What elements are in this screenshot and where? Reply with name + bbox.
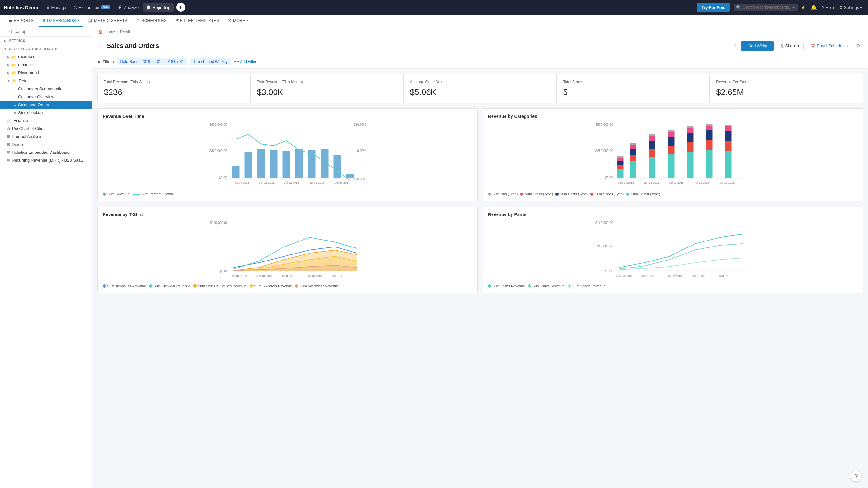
metric-value-2: $5.06K [410, 87, 550, 97]
add-button[interactable]: + [176, 3, 185, 12]
time-period-chip[interactable]: Time Period Weekly [190, 58, 231, 65]
sidebar-item-recurring-revenue[interactable]: ⊞ Recurring Revenue (MRR) - B2B SaaS [0, 156, 92, 164]
share-icon: ⎘ [781, 44, 783, 48]
sidebar-minimize-button[interactable]: − [4, 29, 6, 34]
legend-label-tshirt: Sum T-Shirt (Type) [631, 192, 660, 196]
sec-nav-dashboards[interactable]: ⊞ DASHBOARDS ▾ [39, 14, 83, 27]
filters-label[interactable]: ▶ Filters [98, 59, 114, 64]
metric-value-3: 5 [563, 87, 703, 97]
sidebar-item-customer-overview[interactable]: ⊞ Customer Overview [0, 93, 92, 101]
sidebar-item-demo[interactable]: ⊞ Demo [0, 141, 92, 148]
sidebar-section-title-reports[interactable]: ▼ REPORTS & DASHBOARDS [0, 45, 92, 53]
content-area: 🏠 Home › Retail ☆ Sales and Orders ↺ + A… [92, 27, 868, 488]
add-filter-button[interactable]: + + Add Filter [234, 59, 256, 64]
filter-templates-icon: ⧩ [176, 19, 179, 23]
metric-value-0: $236 [104, 87, 244, 97]
nav-item-reporting[interactable]: 📋 Reporting [143, 3, 174, 12]
sidebar-item-sales-and-orders[interactable]: ⊞ Sales and Orders [0, 101, 92, 109]
chevron-down-icon: ▼ [792, 6, 795, 9]
legend-item-bag: Sum Bag (Type) [488, 192, 518, 196]
share-button[interactable]: ⎘ Share ▾ [777, 41, 804, 51]
header-actions: + Add Widget ⎘ Share ▾ 📅 Email Schedules… [741, 41, 862, 51]
sec-nav-schedules-label: SCHEDULES [142, 18, 166, 23]
svg-text:Jul 02 2018: Jul 02 2018 [669, 181, 684, 184]
sidebar-item-finance2[interactable]: 📈 Finance [0, 117, 92, 125]
metric-label-2: Average Order Value [410, 80, 550, 84]
sidebar-item-features[interactable]: ▶ 📁 Features [0, 53, 92, 61]
retail-label: Retail [19, 79, 29, 83]
sidebar-item-finance[interactable]: ▶ 📁 Finance [0, 61, 92, 69]
star-button[interactable]: ★ [799, 3, 807, 12]
date-range-chip[interactable]: Date Range 2018-06-01 - 2018-07-31 [117, 58, 187, 65]
sidebar-item-store-lookup[interactable]: ⊞ Store Lookup [0, 109, 92, 117]
home-icon: 🏠 [98, 30, 103, 34]
legend-label-pants: Sum Pants (Type) [560, 192, 588, 196]
sec-nav-metric-sheets[interactable]: 📊 METRIC SHEETS [84, 14, 131, 27]
settings-label: Settings [844, 5, 859, 10]
metric-sheets-icon: 📊 [88, 19, 92, 23]
reports-section-arrow-icon: ▼ [4, 47, 7, 51]
refresh-icon[interactable]: ↺ [733, 43, 737, 49]
sidebar-sync-button[interactable]: ⇄ [15, 29, 19, 34]
svg-rect-31 [617, 164, 624, 169]
manage-icon: ⊞ [46, 5, 50, 9]
try-free-button[interactable]: Try For Free [697, 3, 730, 12]
metric-label-1: Tota Revenue (This Month) [257, 80, 397, 84]
sales-orders-label: Sales and Orders [18, 102, 50, 107]
share-label: Share [785, 43, 796, 48]
svg-rect-39 [630, 143, 637, 145]
sec-nav-reports[interactable]: ☰ REPORTS [5, 14, 37, 27]
sidebar-section-title-metrics[interactable]: ▶ METRICS [0, 36, 92, 45]
sidebar-item-customers-segmentation[interactable]: ⊞ Customers Segmentation [0, 85, 92, 93]
sidebar-item-holistics-embedded[interactable]: ⊞ Holistics Embedded Dashboard [0, 148, 92, 156]
svg-rect-55 [706, 150, 713, 178]
sidebar-collapse-button[interactable]: ◀ [22, 29, 25, 34]
nav-label-reporting: Reporting [153, 5, 170, 10]
dashboard-settings-button[interactable]: ⚙ [855, 41, 862, 50]
settings-button[interactable]: ⚙ Settings ▾ [837, 4, 864, 11]
sec-nav-filter-templates[interactable]: ⧩ FILTER TEMPLATES [172, 14, 223, 27]
sidebar-refresh-button[interactable]: ↺ [9, 29, 13, 34]
schedules-icon: 🗓 [136, 19, 140, 23]
search-box[interactable]: 🔍 ▼ [734, 4, 798, 11]
metric-label-4: Revenue Per Store [716, 80, 856, 84]
svg-text:Jul 16 2018: Jul 16 2018 [693, 274, 708, 278]
svg-rect-49 [668, 130, 675, 132]
email-schedules-button[interactable]: 📅 Email Schedules [807, 41, 851, 51]
more-chevron: ▾ [247, 19, 248, 22]
sidebar-item-playground[interactable]: ▶ 📁 Playground [0, 69, 92, 77]
legend-label-shirts: Sum Shirts & Blouses Revenue [198, 284, 247, 288]
sidebar-item-retail[interactable]: ▼ 📁 Retail [0, 77, 92, 85]
nav-item-manage[interactable]: ⊞ Manage [43, 3, 69, 12]
legend-item-shoes: Sum Shoes (Type) [590, 192, 624, 196]
metric-card-total-revenue-week: Total Revenue (This Week) $236 [97, 74, 250, 103]
star-icon[interactable]: ☆ [98, 43, 103, 49]
nav-item-exploration[interactable]: ◎ Exploration Beta [70, 3, 113, 12]
svg-text:Jun 04 2018: Jun 04 2018 [618, 181, 634, 184]
metrics-section-label: METRICS [8, 39, 25, 42]
sidebar-item-product-analysis[interactable]: ⊞ Product Analysis [0, 132, 92, 141]
add-widget-button[interactable]: + Add Widget [741, 41, 774, 51]
breadcrumb-home[interactable]: Home [105, 30, 115, 34]
playground-label: Playground [18, 70, 39, 75]
sec-nav-schedules[interactable]: 🗓 SCHEDULES [132, 14, 170, 27]
svg-rect-59 [706, 124, 713, 126]
svg-text:Jun 18 2018: Jun 18 2018 [259, 181, 275, 184]
help-float-button[interactable]: ? [851, 471, 862, 482]
svg-text:Jul 16 2018: Jul 16 2018 [310, 181, 325, 184]
nav-item-analyze[interactable]: ⚡ Analyze [114, 3, 142, 12]
sec-nav-more[interactable]: ⚒ MORE ▾ [224, 14, 252, 27]
recurring-revenue-label: Recurring Revenue (MRR) - B2B SaaS [12, 158, 83, 163]
revenue-by-categories-svg: $500,000.00 $250,000.00 $0.00 [488, 120, 858, 190]
sidebar-controls: − ↺ ⇄ ◀ [0, 27, 92, 36]
sidebar-item-pie-chart[interactable]: ◑ Pie Chart of Cities [0, 125, 92, 132]
svg-rect-61 [725, 141, 732, 151]
explore-icon: ◎ [74, 5, 77, 9]
svg-rect-33 [617, 158, 624, 161]
svg-text:Jun 04 2018: Jun 04 2018 [234, 181, 249, 184]
grid-icon-co: ⊞ [13, 95, 16, 99]
grid-icon-sl: ⊞ [13, 111, 16, 115]
notification-button[interactable]: 🔔 [809, 3, 819, 12]
help-button[interactable]: ? Help [820, 4, 836, 11]
search-input[interactable] [743, 5, 790, 9]
